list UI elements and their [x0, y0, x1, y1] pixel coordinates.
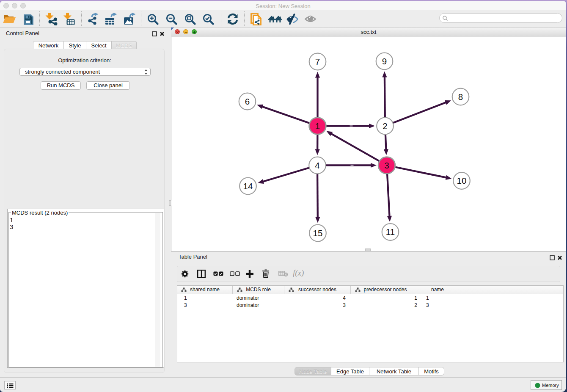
svg-text:10: 10: [457, 176, 467, 185]
svg-text:14: 14: [243, 181, 253, 191]
svg-text:11: 11: [386, 227, 395, 237]
svg-text:6: 6: [245, 97, 250, 106]
svg-text:2: 2: [383, 121, 387, 131]
svg-text:3: 3: [384, 160, 389, 170]
svg-text:8: 8: [458, 92, 463, 102]
svg-text:4: 4: [315, 160, 319, 170]
svg-text:1: 1: [315, 121, 320, 131]
svg-text:15: 15: [313, 228, 323, 238]
svg-text:9: 9: [382, 56, 387, 66]
svg-text:7: 7: [315, 57, 320, 66]
